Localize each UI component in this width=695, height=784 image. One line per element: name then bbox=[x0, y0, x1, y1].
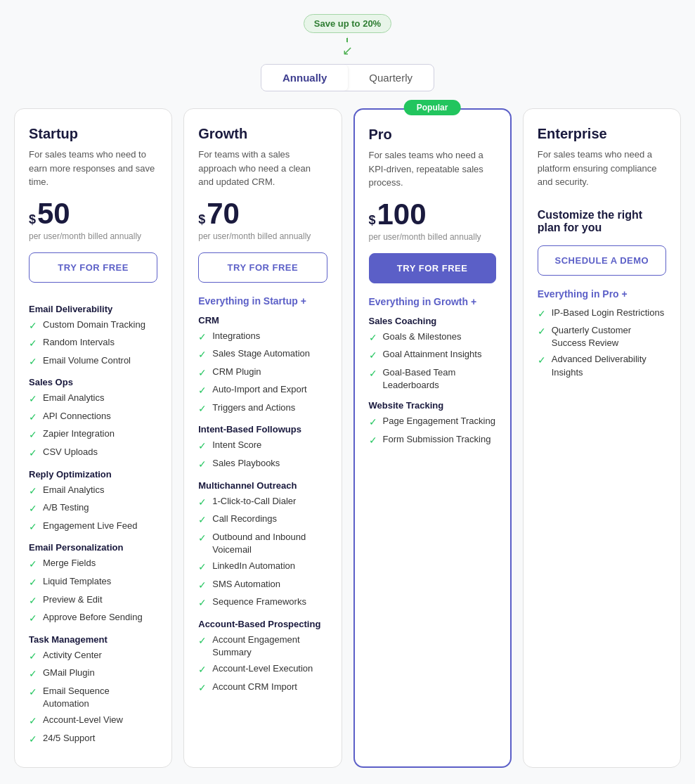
price-dollar: $ bbox=[198, 212, 205, 227]
check-icon: ✓ bbox=[29, 428, 37, 442]
billing-toggle[interactable]: Annually Quarterly bbox=[261, 64, 434, 91]
everything-label-pro: Everything in Growth + bbox=[369, 296, 496, 307]
feature-text: Account-Level Execution bbox=[212, 662, 313, 675]
feature-item: ✓ CSV Uploads bbox=[29, 446, 157, 461]
feature-item: ✓ Intent Score bbox=[198, 439, 327, 454]
plan-desc-pro: For sales teams who need a KPI-driven, r… bbox=[369, 148, 496, 190]
plan-desc-enterprise: For sales teams who need a platform ensu… bbox=[538, 148, 666, 189]
feature-item: ✓ Zapier Integration bbox=[29, 428, 157, 442]
quarterly-toggle[interactable]: Quarterly bbox=[348, 65, 434, 91]
cta-button-pro[interactable]: TRY FOR FREE bbox=[369, 253, 496, 283]
check-icon: ✓ bbox=[29, 446, 37, 461]
feature-item: ✓ Email Sequence Automation bbox=[29, 685, 157, 710]
check-icon: ✓ bbox=[198, 384, 207, 398]
check-icon: ✓ bbox=[29, 355, 37, 369]
feature-item: ✓ CRM Plugin bbox=[198, 366, 327, 380]
feature-text: Activity Center bbox=[43, 649, 102, 662]
feature-text: Page Engagement Tracking bbox=[383, 415, 495, 428]
check-icon: ✓ bbox=[198, 496, 207, 510]
feature-text: 24/5 Support bbox=[43, 732, 95, 745]
feature-text: Goal Attainment Insights bbox=[383, 348, 482, 361]
feature-item: ✓ SMS Automation bbox=[198, 578, 327, 593]
feature-text: Sales Playbooks bbox=[212, 457, 280, 470]
feature-text: SMS Automation bbox=[212, 578, 280, 591]
billing-toggle-section: Save up to 20% ↙ Annually Quarterly bbox=[14, 14, 681, 91]
check-icon: ✓ bbox=[29, 612, 37, 626]
feature-item: ✓ Sales Playbooks bbox=[198, 457, 327, 472]
feature-text: Approve Before Sending bbox=[43, 611, 143, 624]
feature-text: Form Submission Tracking bbox=[383, 433, 491, 446]
feature-text: Sales Stage Automation bbox=[212, 347, 310, 360]
annually-toggle[interactable]: Annually bbox=[261, 65, 348, 91]
feature-item: ✓ Approve Before Sending bbox=[29, 611, 157, 626]
price-period: per user/month billed annually bbox=[369, 232, 496, 242]
check-icon: ✓ bbox=[29, 392, 37, 406]
feature-text: Account-Level View bbox=[43, 714, 123, 726]
check-icon: ✓ bbox=[29, 558, 37, 572]
cta-button-growth[interactable]: TRY FOR FREE bbox=[198, 252, 327, 283]
feature-item: ✓ Auto-Import and Export bbox=[198, 383, 327, 398]
arrow-icon: ↙ bbox=[342, 43, 353, 58]
feature-category: Website Tracking bbox=[369, 400, 496, 411]
feature-item: ✓ LinkedIn Automation bbox=[198, 560, 327, 574]
check-icon: ✓ bbox=[538, 354, 546, 368]
feature-text: Quarterly Customer Success Review bbox=[552, 324, 666, 349]
feature-item: ✓ Triggers and Actions bbox=[198, 401, 327, 416]
feature-item: ✓ Call Recordings bbox=[198, 513, 327, 527]
plan-card-startup: StartupFor sales teams who need to earn … bbox=[14, 108, 172, 768]
feature-text: Triggers and Actions bbox=[212, 401, 295, 414]
feature-item: ✓ A/B Testing bbox=[29, 501, 157, 516]
feature-item: ✓ Email Analytics bbox=[29, 392, 157, 406]
feature-text: Email Analytics bbox=[43, 484, 104, 496]
feature-category: CRM bbox=[198, 315, 327, 326]
feature-item: ✓ Merge Fields bbox=[29, 557, 157, 572]
check-icon: ✓ bbox=[29, 686, 37, 700]
cta-button-startup[interactable]: TRY FOR FREE bbox=[29, 252, 157, 283]
check-icon: ✓ bbox=[369, 349, 377, 363]
check-icon: ✓ bbox=[29, 594, 37, 608]
feature-item: ✓ 1-Click-to-Call Dialer bbox=[198, 495, 327, 510]
check-icon: ✓ bbox=[29, 650, 37, 664]
feature-item: ✓ Goal-Based Team Leaderboards bbox=[369, 366, 496, 392]
features-pro: Everything in Growth +Sales Coaching ✓ G… bbox=[369, 296, 496, 451]
check-icon: ✓ bbox=[198, 560, 207, 574]
feature-item: ✓ Engagement Live Feed bbox=[29, 520, 157, 534]
everything-label-growth: Everything in Startup + bbox=[198, 295, 327, 307]
price-amount: 100 bbox=[377, 200, 427, 229]
feature-item: ✓ Quarterly Customer Success Review bbox=[538, 324, 666, 349]
check-icon: ✓ bbox=[29, 576, 37, 590]
feature-text: Preview & Edit bbox=[43, 593, 103, 606]
feature-item: ✓ Account CRM Import bbox=[198, 681, 327, 695]
feature-item: ✓ Email Analytics bbox=[29, 484, 157, 499]
plan-name-enterprise: Enterprise bbox=[538, 126, 666, 142]
feature-category: Reply Optimization bbox=[29, 469, 157, 480]
feature-text: Account CRM Import bbox=[212, 681, 297, 693]
feature-item: ✓ Activity Center bbox=[29, 649, 157, 664]
feature-item: ✓ Custom Domain Tracking bbox=[29, 319, 157, 333]
check-icon: ✓ bbox=[198, 439, 207, 454]
everything-label-enterprise: Everything in Pro + bbox=[538, 288, 666, 300]
feature-category: Email Personalization bbox=[29, 542, 157, 553]
plan-card-growth: GrowthFor teams with a sales approach wh… bbox=[183, 108, 342, 768]
feature-item: ✓ 24/5 Support bbox=[29, 732, 157, 747]
cta-button-enterprise[interactable]: SCHEDULE A DEMO bbox=[538, 245, 666, 276]
price-amount: 70 bbox=[207, 199, 240, 229]
check-icon: ✓ bbox=[538, 325, 546, 339]
feature-text: LinkedIn Automation bbox=[212, 560, 295, 572]
feature-item: ✓ Page Engagement Tracking bbox=[369, 415, 496, 430]
plan-desc-startup: For sales teams who need to earn more re… bbox=[29, 148, 157, 189]
plan-price-startup: $ 50 bbox=[29, 199, 157, 229]
features-startup: Email Deliverability ✓ Custom Domain Tra… bbox=[29, 295, 157, 750]
feature-item: ✓ Sequence Frameworks bbox=[198, 596, 327, 610]
check-icon: ✓ bbox=[29, 714, 37, 728]
feature-text: A/B Testing bbox=[43, 501, 89, 514]
feature-text: Engagement Live Feed bbox=[43, 520, 137, 532]
check-icon: ✓ bbox=[369, 434, 377, 448]
feature-text: Advanced Deliverability Insights bbox=[552, 353, 666, 378]
feature-item: ✓ Advanced Deliverability Insights bbox=[538, 353, 666, 378]
plan-card-enterprise: EnterpriseFor sales teams who need a pla… bbox=[523, 108, 681, 768]
feature-text: Liquid Templates bbox=[43, 575, 111, 588]
feature-text: Account Engagement Summary bbox=[212, 634, 327, 659]
feature-text: Goals & Milestones bbox=[383, 330, 462, 343]
feature-item: ✓ Preview & Edit bbox=[29, 593, 157, 608]
